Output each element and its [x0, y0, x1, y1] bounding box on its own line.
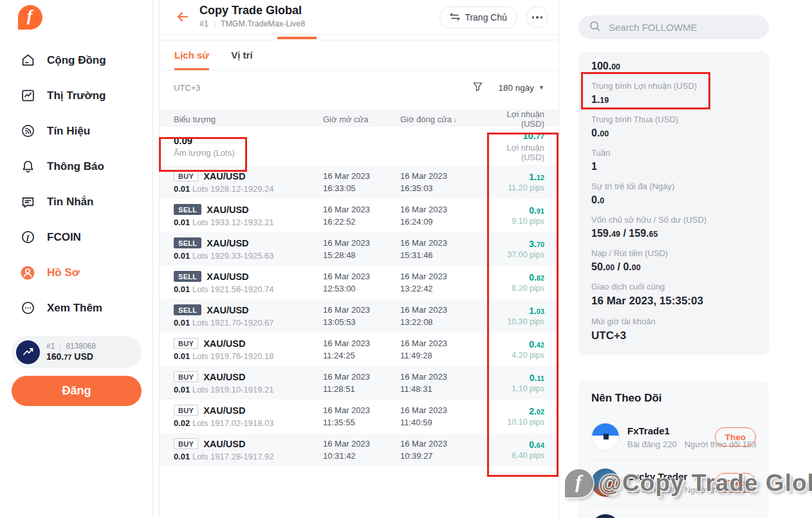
account-id: 8138068: [66, 342, 96, 351]
price-range: Lots 1929.33-1925.63: [192, 251, 274, 261]
transfer-icon: [450, 12, 460, 23]
suggested-user[interactable]: FxTrade1 Bài đăng 220 Người theo dõi 183…: [590, 414, 757, 460]
open-time: 11:28:51: [323, 383, 400, 395]
side-badge: SELL: [174, 304, 201, 315]
price-range: Lots 1933.12-1932.21: [192, 217, 274, 227]
pips: 11.20 pips: [495, 183, 544, 192]
total-profit: 10.77: [495, 130, 544, 141]
open-date: 16 Mar 2023: [323, 438, 400, 450]
table-row[interactable]: SELLXAU/USD 0.01 Lots 1921.70-1920.67 16…: [160, 299, 558, 333]
bell-icon: [20, 159, 35, 174]
open-time: 12:53:00: [323, 282, 400, 295]
price-range: Lots 1921.70-1920.67: [192, 318, 274, 328]
user-posts: Bài đăng 220: [627, 439, 677, 449]
filter-row: UTC+3 180 ngày ▼: [160, 71, 558, 104]
symbol: XAU/USD: [203, 405, 245, 416]
sidebar-item-more[interactable]: Xem Thêm: [0, 290, 152, 326]
table-row[interactable]: BUYXAU/USD 0.01 Lots 1928.12-1929.24 16 …: [160, 165, 558, 199]
home-button[interactable]: Trang Chủ: [439, 6, 517, 28]
user-name: FxTrade1: [627, 425, 707, 436]
stat-label: Trung bình Lợi nhuận (USD): [591, 81, 756, 91]
stat-value: 0.00: [591, 127, 756, 139]
table-row[interactable]: BUYXAU/USD 0.02 Lots 1917.02-1918.03 16 …: [160, 400, 558, 433]
table-row[interactable]: BUYXAU/USD 0.01 Lots 1917.28-1917.92 16 …: [160, 433, 558, 467]
price-range: Lots 1928.12-1929.24: [192, 184, 274, 194]
stat-label: Trung bình Thua (USD): [591, 115, 756, 124]
price-range: Lots 1917.02-1918.03: [192, 418, 274, 428]
close-time: 11:49:28: [400, 349, 495, 362]
close-time: 16:24:09: [400, 216, 495, 228]
lots: 0.02: [174, 418, 190, 428]
stat-label: Giao dịch cuối cùng: [591, 282, 756, 291]
close-time: 13:22:42: [400, 282, 495, 295]
pips: 10.30 pips: [495, 317, 544, 326]
suggested-user[interactable]: Lucky Trader Bài đăng 188 Người theo dõi…: [590, 460, 757, 506]
table-row[interactable]: BUYXAU/USD 0.01 Lots 1919.10-1919.21 16 …: [160, 366, 558, 400]
table-row[interactable]: SELLXAU/USD 0.01 Lots 1929.33-1925.63 16…: [160, 232, 558, 266]
symbol: XAU/USD: [203, 372, 245, 382]
close-date: 16 Mar 2023: [400, 438, 495, 450]
table-row[interactable]: SELLXAU/USD 0.01 Lots 1921.56-1920.74 16…: [160, 266, 558, 299]
main-content: Copy Trade Global #1 | TMGM.TradeMax-Liv…: [159, 0, 559, 518]
table-row[interactable]: SELLXAU/USD 0.01 Lots 1933.12-1932.21 16…: [160, 199, 558, 232]
side-badge: BUY: [174, 171, 198, 181]
follow-button[interactable]: Theo: [715, 427, 756, 447]
user-avatar: [591, 468, 620, 497]
open-date: 16 Mar 2023: [323, 337, 400, 349]
table-row[interactable]: BUYXAU/USD 0.01 Lots 1919.76-1920.18 16 …: [160, 333, 558, 366]
close-date: 16 Mar 2023: [400, 203, 495, 216]
sidebar-item-messages[interactable]: Tin Nhắn: [0, 184, 152, 219]
col-profit: Lợi nhuận (USD): [495, 109, 544, 129]
follow-button[interactable]: Theo: [715, 473, 756, 492]
pips: 4.20 pips: [495, 351, 544, 360]
separator: |: [59, 342, 61, 350]
account-card[interactable]: #1 | 8138068 160.77 USD: [12, 336, 142, 368]
pips: 6.40 pips: [495, 451, 544, 460]
side-badge: BUY: [174, 371, 198, 382]
sidebar-item-fcoin[interactable]: ƒ FCOIN: [0, 219, 152, 255]
stat-value: 1.19: [591, 94, 756, 106]
profile-icon: [20, 265, 35, 281]
search-input[interactable]: Search FOLLOWME: [578, 15, 769, 39]
filter-icon[interactable]: [472, 81, 483, 95]
sidebar-item-notifications[interactable]: Thông Báo: [0, 149, 152, 184]
sidebar-item-profile[interactable]: Hồ Sơ: [0, 255, 152, 290]
tab-history[interactable]: Lịch sử: [174, 40, 209, 70]
sidebar-item-signals[interactable]: Tín Hiệu: [0, 113, 152, 149]
close-time: 11:40:59: [400, 416, 495, 429]
col-close-time[interactable]: Giờ đóng cửa↓: [400, 115, 495, 124]
date-range-dropdown[interactable]: 180 ngày ▼: [499, 83, 544, 93]
lots: 0.01: [174, 217, 190, 227]
header-rank: #1: [199, 19, 208, 28]
open-time: 16:22:52: [323, 216, 400, 228]
symbol: XAU/USD: [203, 338, 245, 349]
date-range-value: 180 ngày: [499, 83, 535, 93]
more-circle-icon: [20, 301, 35, 316]
profit: 0.82: [495, 272, 544, 282]
symbol: XAU/USD: [207, 205, 248, 215]
sidebar-item-label: Tin Nhắn: [47, 196, 93, 208]
close-time: 15:31:46: [400, 249, 495, 261]
profit: 1.03: [495, 306, 544, 316]
back-button[interactable]: [174, 9, 191, 26]
more-options-button[interactable]: [526, 6, 548, 28]
close-time: 10:39:27: [400, 450, 495, 462]
post-button[interactable]: Đăng: [12, 376, 142, 406]
side-badge: BUY: [174, 405, 198, 416]
close-date: 16 Mar 2023: [400, 337, 495, 349]
followme-logo-icon[interactable]: f: [18, 5, 42, 30]
profit: 2.02: [495, 406, 544, 416]
stat-label: Nạp / Rút tiền (USD): [591, 248, 756, 258]
sidebar-item-community[interactable]: Cộng Đồng: [0, 42, 152, 78]
stat-label: Múi giờ tài khoản: [591, 317, 756, 326]
fcoin-icon: ƒ: [20, 230, 35, 245]
page-title: Copy Trade Global: [199, 4, 305, 17]
home-button-label: Trang Chủ: [465, 12, 507, 23]
sidebar-item-label: Xem Thêm: [47, 302, 102, 315]
tab-positions[interactable]: Vị trí: [231, 40, 252, 70]
user-name: Lucky Trader: [627, 471, 707, 482]
stat-label: Vốn chủ sở hữu / Số dư (USD): [591, 215, 756, 225]
stat-value: 100.00: [591, 60, 756, 72]
sidebar-item-market[interactable]: Thị Trường: [0, 78, 152, 113]
suggested-user[interactable]: [590, 506, 757, 518]
